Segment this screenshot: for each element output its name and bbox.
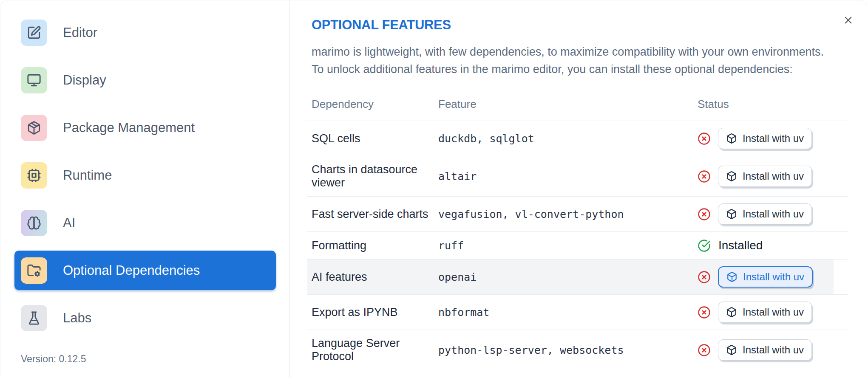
version-label: Version: 0.12.5 <box>21 353 86 365</box>
sidebar-item-label: Package Management <box>63 120 195 135</box>
table-row-language-server-protocol: Language Server Protocolpython-lsp-serve… <box>307 330 848 370</box>
flask-icon <box>21 305 47 331</box>
edit-icon <box>21 20 47 46</box>
install-with-uv-button[interactable]: Install with uv <box>718 203 812 225</box>
status-cell: Install with uv <box>693 339 848 361</box>
optional-features-panel: OPTIONAL FEATURES marimo is lightweight,… <box>290 0 867 378</box>
feature-cell: duckdb, sqlglot <box>434 133 693 145</box>
dependency-cell: Fast server-side charts <box>307 208 434 221</box>
circle-x-icon <box>698 344 711 357</box>
sidebar-item-optional-dependencies[interactable]: Optional Dependencies <box>14 251 276 290</box>
table-row-ai-features: AI featuresopenaiInstall with uv <box>307 260 848 295</box>
feature-cell: vegafusion, vl-convert-python <box>434 208 693 220</box>
column-header-dependency: Dependency <box>307 98 434 111</box>
sidebar-item-package-management[interactable]: Package Management <box>14 108 276 147</box>
install-with-uv-button[interactable]: Install with uv <box>718 128 812 149</box>
install-with-uv-button[interactable]: Install with uv <box>718 266 813 288</box>
install-button-label: Install with uv <box>743 306 804 318</box>
sidebar-item-runtime[interactable]: Runtime <box>14 155 276 195</box>
circle-x-icon <box>698 132 711 145</box>
monitor-icon <box>21 67 47 93</box>
box-icon <box>726 271 738 282</box>
settings-dialog: EditorDisplayPackage ManagementRuntimeAI… <box>0 0 867 378</box>
install-with-uv-button[interactable]: Install with uv <box>718 302 812 323</box>
panel-description: marimo is lightweight, with few dependen… <box>312 43 867 78</box>
sidebar-item-label: Optional Dependencies <box>63 263 200 278</box>
description-line-2: To unlock additional features in the mar… <box>312 61 867 78</box>
sidebar-item-label: Editor <box>63 25 97 40</box>
sidebar-nav: EditorDisplayPackage ManagementRuntimeAI… <box>14 13 289 338</box>
install-button-label: Install with uv <box>743 271 804 283</box>
status-cell: Install with uv <box>693 203 848 225</box>
table-header-row: Dependency Feature Status <box>307 87 848 121</box>
installed-status-label: Installed <box>718 239 763 252</box>
install-button-label: Install with uv <box>743 208 804 220</box>
dependency-cell: AI features <box>307 271 434 284</box>
box-icon <box>726 171 737 182</box>
feature-cell: python-lsp-server, websockets <box>434 344 693 356</box>
dependency-cell: Charts in datasource viewer <box>307 163 434 189</box>
box-icon <box>726 307 737 318</box>
circle-x-icon <box>698 271 711 284</box>
box-icon <box>726 209 737 220</box>
sidebar-item-editor[interactable]: Editor <box>14 13 276 52</box>
install-button-label: Install with uv <box>743 170 804 182</box>
feature-cell: altair <box>434 170 693 183</box>
status-cell: Installed <box>693 239 848 252</box>
sidebar-item-label: Display <box>63 73 106 88</box>
column-header-status: Status <box>693 98 848 111</box>
circle-x-icon <box>698 306 711 319</box>
status-cell: Install with uv <box>693 166 848 187</box>
table-row-export-as-ipynb: Export as IPYNBnbformatInstall with uv <box>307 295 848 330</box>
sidebar-item-label: Runtime <box>63 168 112 183</box>
feature-cell: nbformat <box>434 306 693 319</box>
install-button-label: Install with uv <box>743 133 804 144</box>
circle-x-icon <box>698 208 711 221</box>
dependencies-table: Dependency Feature Status SQL cellsduckd… <box>307 87 848 370</box>
dependency-cell: Formatting <box>307 239 434 252</box>
circle-x-icon <box>698 170 711 183</box>
status-cell: Install with uv <box>693 266 848 288</box>
box-icon <box>726 133 737 144</box>
status-cell: Install with uv <box>693 302 848 323</box>
install-with-uv-button[interactable]: Install with uv <box>718 166 812 187</box>
page-title: OPTIONAL FEATURES <box>312 18 867 32</box>
table-row-formatting: FormattingruffInstalled <box>307 232 848 260</box>
box-icon <box>726 344 737 355</box>
cpu-icon <box>21 162 47 189</box>
table-body: SQL cellsduckdb, sqlglotInstall with uvC… <box>307 121 848 370</box>
feature-cell: openai <box>434 271 693 283</box>
table-row-sql-cells: SQL cellsduckdb, sqlglotInstall with uv <box>307 121 848 156</box>
dependency-cell: Language Server Protocol <box>307 337 434 363</box>
sidebar-item-ai[interactable]: AI <box>14 203 276 243</box>
table-row-fast-server-side-charts: Fast server-side chartsvegafusion, vl-co… <box>307 197 848 232</box>
folder-gear-icon <box>21 257 47 284</box>
feature-cell: ruff <box>434 240 693 252</box>
install-with-uv-button[interactable]: Install with uv <box>718 339 812 361</box>
sidebar-item-labs[interactable]: Labs <box>14 298 276 338</box>
description-line-1: marimo is lightweight, with few dependen… <box>312 43 867 61</box>
dependency-cell: Export as IPYNB <box>307 306 434 319</box>
settings-sidebar: EditorDisplayPackage ManagementRuntimeAI… <box>0 0 290 378</box>
dependency-cell: SQL cells <box>307 132 434 145</box>
status-cell: Install with uv <box>693 128 848 149</box>
sidebar-item-label: AI <box>63 215 75 231</box>
sidebar-item-display[interactable]: Display <box>14 60 276 100</box>
table-row-charts-in-datasource-viewer: Charts in datasource vieweraltairInstall… <box>307 156 848 197</box>
circle-check-icon <box>698 239 711 252</box>
column-header-feature: Feature <box>434 98 693 111</box>
install-button-label: Install with uv <box>743 344 804 356</box>
brain-icon <box>21 210 47 236</box>
sidebar-item-label: Labs <box>63 310 91 326</box>
package-icon <box>21 115 47 141</box>
